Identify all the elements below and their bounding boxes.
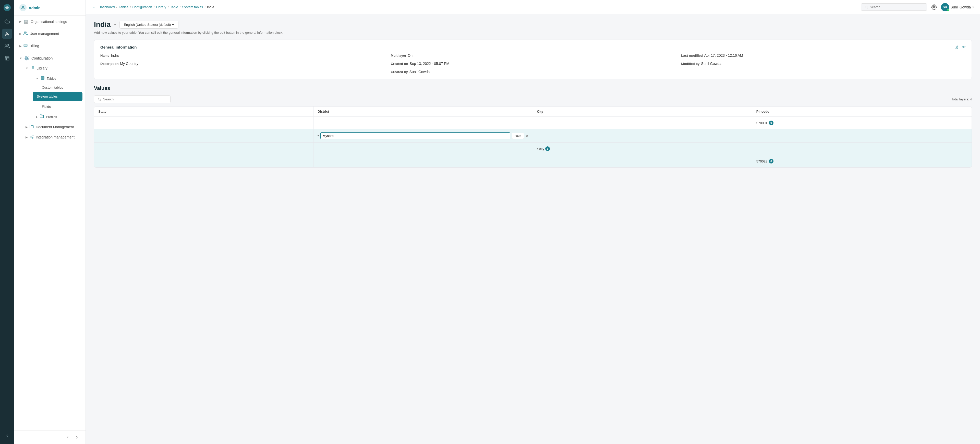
- page-title: India: [94, 21, 111, 29]
- iconbar-expand[interactable]: [2, 431, 12, 441]
- modified-by-value: Sunil Gowda: [701, 62, 721, 65]
- cell-district-4: [313, 155, 533, 167]
- description-value: My Country: [120, 62, 138, 65]
- cell-district-2-editing[interactable]: ▾ save ✕: [313, 129, 533, 142]
- svg-line-33: [867, 8, 867, 8]
- language-selector[interactable]: English (United States) (default): [119, 21, 178, 29]
- sidebar-item-tables[interactable]: ▼ Tables: [24, 73, 86, 83]
- sep-6: /: [204, 5, 205, 9]
- pincode-badge-4: 0: [769, 159, 773, 163]
- sep-5: /: [180, 5, 181, 9]
- sidebar-item-user-management[interactable]: ▶ User management: [14, 29, 86, 39]
- global-search-input[interactable]: [870, 5, 923, 9]
- expand-sidebar-btn[interactable]: [64, 434, 71, 441]
- chevron-right-icon-doc: ▶: [25, 125, 27, 129]
- svg-point-35: [98, 98, 100, 101]
- col-pincode: Pincode: [752, 107, 972, 117]
- sidebar-item-integration[interactable]: ▶ Integration management: [19, 132, 86, 142]
- doc-icon: [30, 125, 34, 129]
- breadcrumb-configuration[interactable]: Configuration: [132, 5, 152, 9]
- sidebar-org-settings[interactable]: ▶ 🏢 Organisational settings: [14, 16, 86, 27]
- sidebar-item-custom-tables[interactable]: Custom tables: [30, 83, 86, 91]
- sidebar-item-billing[interactable]: ▶ Billing: [14, 41, 86, 51]
- breadcrumb: ← Dashboard / Tables / Configuration / L…: [92, 5, 214, 10]
- close-district-button[interactable]: ✕: [526, 134, 529, 138]
- user-mgmt-icon: [24, 31, 27, 36]
- config-icon: ⚙️: [24, 56, 29, 61]
- iconbar-item-user[interactable]: [2, 29, 12, 39]
- total-layers: Total layers: 4: [951, 97, 972, 101]
- sidebar-billing-label: Billing: [30, 44, 39, 48]
- svg-point-8: [24, 32, 25, 33]
- last-modified-label: Last modified: [681, 54, 703, 57]
- svg-rect-3: [5, 56, 9, 60]
- cell-pincode-3: [752, 142, 972, 155]
- topnav-right: SU Sunil Gowda ▾: [861, 3, 974, 11]
- sidebar-configuration[interactable]: ▼ ⚙️ Configuration ▼ Library ▼: [14, 52, 86, 143]
- sidebar-item-configuration[interactable]: ▼ ⚙️ Configuration: [14, 53, 86, 63]
- language-dropdown[interactable]: English (United States) (default): [123, 22, 175, 27]
- sidebar-item-system-tables[interactable]: System tables: [33, 92, 83, 101]
- user-menu[interactable]: SU Sunil Gowda ▾: [941, 3, 974, 11]
- search-icon: [865, 5, 868, 9]
- breadcrumb-dashboard[interactable]: Dashboard: [99, 5, 115, 9]
- breadcrumb-india: India: [207, 5, 214, 9]
- svg-point-32: [865, 6, 867, 8]
- chevron-right-icon-2: ▶: [19, 32, 21, 35]
- svg-point-29: [32, 137, 33, 139]
- library-section: ▼ Library ▼: [14, 63, 86, 122]
- sidebar-billing[interactable]: ▶ Billing: [14, 40, 86, 52]
- iconbar-item-cloud[interactable]: [2, 16, 12, 27]
- breadcrumb-tables[interactable]: Tables: [119, 5, 129, 9]
- sidebar-item-profiles[interactable]: ▶ Profiles: [24, 112, 86, 122]
- created-by-label: Created by: [391, 70, 408, 74]
- iconbar-item-table[interactable]: [2, 53, 12, 63]
- breadcrumb-library[interactable]: Library: [156, 5, 166, 9]
- admin-label: Admin: [29, 6, 41, 10]
- integration-icon: [30, 135, 34, 140]
- cell-district-3: [313, 142, 533, 155]
- save-district-button[interactable]: save: [512, 133, 524, 139]
- name-value: India: [111, 53, 118, 57]
- sidebar-item-fields[interactable]: Fields: [24, 101, 86, 112]
- back-arrow-icon[interactable]: ←: [92, 5, 96, 10]
- values-search-input[interactable]: [103, 97, 167, 101]
- fields-label: Fields: [42, 105, 51, 109]
- chevron-right-icon-profiles: ▶: [36, 115, 38, 118]
- svg-point-7: [22, 6, 24, 7]
- svg-point-1: [6, 32, 8, 34]
- cell-city-3[interactable]: ▾ city 1: [533, 142, 752, 155]
- global-search-box[interactable]: [861, 3, 927, 11]
- page-title-row: India • English (United States) (default…: [94, 21, 972, 29]
- pincode-badge-1: 0: [769, 121, 773, 125]
- col-state: State: [94, 107, 313, 117]
- modified-by-label: Modified by: [681, 62, 700, 65]
- system-tables-label: System tables: [37, 94, 58, 98]
- sidebar-item-library[interactable]: ▼ Library: [19, 63, 86, 73]
- gear-button[interactable]: [931, 4, 937, 10]
- icon-bar: [0, 0, 14, 444]
- svg-rect-9: [24, 44, 27, 46]
- chevron-right-icon-integration: ▶: [25, 136, 27, 139]
- page-subtitle: Add new values to your table. You can st…: [94, 31, 972, 35]
- sep-1: /: [116, 5, 118, 9]
- chevron-right-icon: ▶: [19, 20, 21, 23]
- sidebar-header: Admin: [14, 0, 86, 16]
- svg-point-27: [32, 135, 33, 136]
- breadcrumb-system-tables[interactable]: System tables: [182, 5, 203, 9]
- district-input[interactable]: [320, 133, 510, 139]
- collapse-sidebar-btn[interactable]: [73, 434, 80, 441]
- edit-button[interactable]: Edit: [955, 45, 966, 49]
- values-search-box[interactable]: [94, 95, 170, 103]
- tables-icon: [41, 76, 45, 81]
- sidebar-user-management[interactable]: ▶ User management: [14, 27, 86, 40]
- sep-2: /: [130, 5, 131, 9]
- sidebar-item-org-settings[interactable]: ▶ 🏢 Organisational settings: [14, 17, 86, 27]
- chevron-right-icon-3: ▶: [19, 45, 21, 48]
- iconbar-item-people[interactable]: [2, 41, 12, 51]
- sidebar-item-doc-management[interactable]: ▶ Document Management: [19, 122, 86, 132]
- col-city: City: [533, 107, 752, 117]
- breadcrumb-table[interactable]: Table: [170, 5, 178, 9]
- values-toolbar: Total layers: 4: [94, 95, 972, 103]
- logo: [3, 3, 12, 12]
